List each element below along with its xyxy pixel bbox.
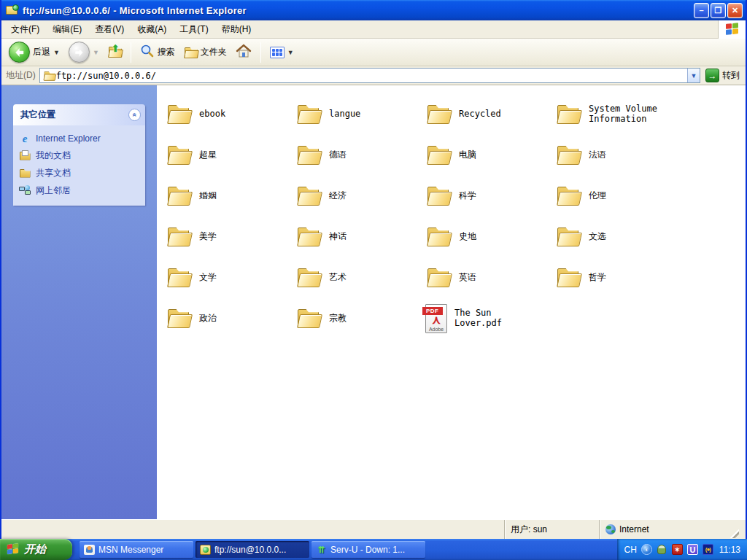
file-label: 史地 xyxy=(459,232,476,242)
explorer-task-pane: 其它位置 « e Internet Explorer 我的文档 xyxy=(1,85,157,519)
folder-icon xyxy=(166,144,192,166)
file-item-langue[interactable]: langue xyxy=(295,94,425,135)
other-places-header[interactable]: 其它位置 « xyxy=(13,104,145,125)
file-item-computer[interactable]: 电脑 xyxy=(425,135,555,176)
hide-icons-button[interactable]: ‹ xyxy=(641,544,652,555)
menu-view[interactable]: 查看(V) xyxy=(88,21,131,38)
file-item-anthology[interactable]: 文选 xyxy=(555,217,685,257)
file-item-literature[interactable]: 文学 xyxy=(166,257,295,298)
folder-icon xyxy=(166,185,192,207)
task-label: Serv-U - Down: 1... xyxy=(330,545,405,555)
search-icon xyxy=(140,44,155,61)
folders-button[interactable]: 文件夹 xyxy=(181,44,230,60)
home-button[interactable] xyxy=(233,42,255,62)
input-method-indicator[interactable]: CH xyxy=(624,545,637,555)
pdf-brand-label: Adobe xyxy=(426,327,446,332)
go-button[interactable]: → 转到 xyxy=(704,67,744,85)
file-item-english[interactable]: 英语 xyxy=(425,257,555,298)
sidebar-item-my-documents[interactable]: 我的文档 xyxy=(19,149,141,162)
messenger-tray-icon[interactable] xyxy=(657,544,667,555)
clock[interactable]: 11:13 xyxy=(719,545,740,555)
close-button[interactable]: ✕ xyxy=(727,3,743,18)
up-button[interactable]: ⬆ xyxy=(105,44,125,61)
up-folder-icon: ⬆ xyxy=(108,46,122,59)
file-item-science[interactable]: 科学 xyxy=(425,176,555,217)
file-item-french[interactable]: 法语 xyxy=(555,135,685,176)
folder-icon xyxy=(295,104,322,125)
folder-icon xyxy=(166,104,192,125)
file-item-philosophy[interactable]: 哲学 xyxy=(555,257,685,298)
file-label: System Volume Information xyxy=(589,104,675,125)
file-item-ethics[interactable]: 伦理 xyxy=(555,176,685,217)
forward-icon xyxy=(69,42,90,63)
menu-file[interactable]: 文件(F) xyxy=(4,21,46,38)
sidebar-item-internet-explorer[interactable]: e Internet Explorer xyxy=(19,133,141,144)
window-title: ftp://sun@10.0.0.6/ - Microsoft Internet… xyxy=(23,5,694,16)
file-item-system-volume-information[interactable]: System Volume Information xyxy=(555,94,685,135)
file-label: 文学 xyxy=(199,273,217,283)
file-item-religion[interactable]: 宗教 xyxy=(295,298,425,339)
file-item-mythology[interactable]: 神话 xyxy=(295,217,425,257)
file-item-aesthetics[interactable]: 美学 xyxy=(166,217,295,257)
file-item-recycled[interactable]: Recycled xyxy=(425,94,555,135)
forward-button[interactable]: ▼ xyxy=(66,40,102,64)
toolbar-separator xyxy=(131,42,131,63)
other-places-panel: 其它位置 « e Internet Explorer 我的文档 xyxy=(13,104,145,206)
msn-messenger-icon xyxy=(84,545,95,555)
file-label: 经济 xyxy=(329,191,347,201)
task-serv-u[interactable]: Serv-U - Down: 1... xyxy=(311,541,425,558)
file-item-art[interactable]: 艺术 xyxy=(295,257,425,298)
volume-tray-icon[interactable]: (●) xyxy=(703,544,713,555)
views-dropdown-caret[interactable]: ▼ xyxy=(287,49,294,56)
search-button[interactable]: 搜索 xyxy=(137,42,178,62)
address-input[interactable] xyxy=(56,69,687,82)
menu-tools[interactable]: 工具(T) xyxy=(173,21,214,38)
file-item-marriage[interactable]: 婚姻 xyxy=(166,176,295,217)
minimize-button[interactable]: – xyxy=(694,3,709,18)
folder-icon xyxy=(555,226,581,248)
menu-favorites[interactable]: 收藏(A) xyxy=(131,21,173,38)
serv-u-tray-icon[interactable]: U xyxy=(687,544,698,555)
file-item-the-sun-lover-pdf[interactable]: PDF ⋏ Adobe The Sun Lover.pdf xyxy=(425,298,555,339)
folder-icon xyxy=(425,104,452,125)
back-dropdown-caret[interactable]: ▼ xyxy=(53,49,60,56)
task-ftp-window[interactable]: ftp://sun@10.0.0... xyxy=(196,541,309,558)
file-label: 英语 xyxy=(459,273,476,283)
file-item-ebook[interactable]: ebook xyxy=(166,94,295,135)
navigation-toolbar: 后退 ▼ ▼ ⬆ 搜索 xyxy=(1,39,746,66)
views-button[interactable]: ▼ xyxy=(267,45,297,60)
red-app-tray-icon[interactable]: ✶ xyxy=(672,544,683,555)
task-label: ftp://sun@10.0.0... xyxy=(214,545,286,555)
address-dropdown-button[interactable]: ▼ xyxy=(687,69,700,82)
menu-edit[interactable]: 编辑(E) xyxy=(46,21,88,38)
sidebar-item-network-places[interactable]: 网上邻居 xyxy=(19,184,141,197)
status-user-label: 用户: sun xyxy=(511,524,547,536)
serv-u-icon xyxy=(316,545,327,555)
file-label: 法语 xyxy=(589,150,606,160)
file-label: 科学 xyxy=(459,191,476,201)
maximize-button[interactable]: ❐ xyxy=(711,3,726,18)
taskbar: 开始 MSN Messenger ftp://sun@10.0.0... Ser… xyxy=(0,539,747,560)
file-item-chaoxing[interactable]: 超星 xyxy=(166,135,295,176)
menu-help[interactable]: 帮助(H) xyxy=(215,21,258,38)
views-icon xyxy=(270,47,285,58)
status-user-pane: 用户: sun xyxy=(504,520,599,539)
resize-grip[interactable] xyxy=(729,529,739,538)
file-item-economics[interactable]: 经济 xyxy=(295,176,425,217)
sidebar-item-shared-documents[interactable]: 共享文档 xyxy=(19,167,141,179)
status-message-pane xyxy=(1,520,504,539)
collapse-chevron-icon[interactable]: « xyxy=(128,109,141,121)
file-label: 政治 xyxy=(199,314,217,324)
file-label: 宗教 xyxy=(329,314,347,324)
menu-bar: 文件(F) 编辑(E) 查看(V) 收藏(A) 工具(T) 帮助(H) xyxy=(1,20,746,39)
internet-globe-icon xyxy=(605,524,616,534)
file-item-german[interactable]: 德语 xyxy=(295,135,425,176)
toolbar-separator xyxy=(260,42,261,63)
file-label: 美学 xyxy=(199,232,217,242)
file-list-area[interactable]: ebook langue Recycled System Volume Info… xyxy=(157,85,746,519)
start-button[interactable]: 开始 xyxy=(0,539,72,560)
file-item-history-geography[interactable]: 史地 xyxy=(425,217,555,257)
file-item-politics[interactable]: 政治 xyxy=(166,298,295,339)
task-msn-messenger[interactable]: MSN Messenger xyxy=(80,541,193,558)
back-button[interactable]: 后退 ▼ xyxy=(6,40,63,64)
